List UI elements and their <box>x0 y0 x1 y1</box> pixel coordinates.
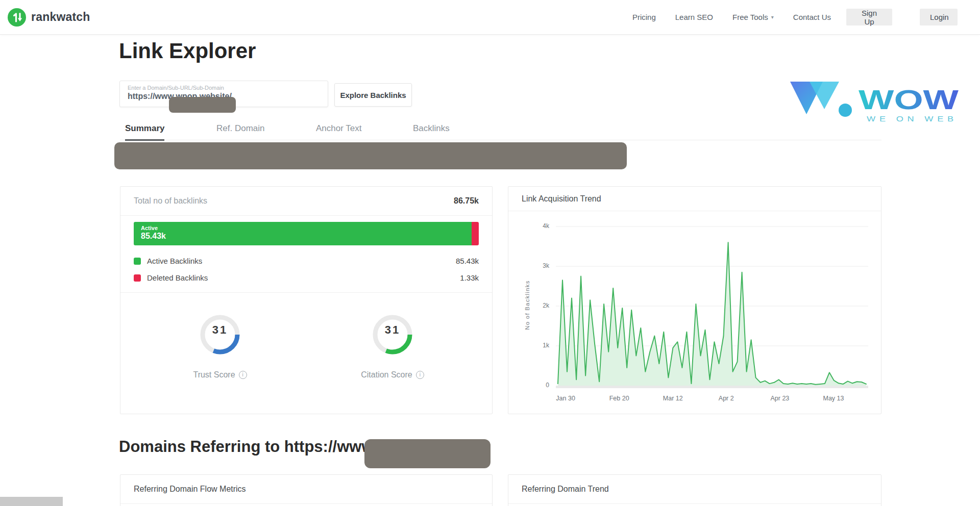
deleted-legend-label: Deleted Backlinks <box>147 273 208 282</box>
citation-score-info-icon[interactable]: i <box>416 371 424 379</box>
login-button[interactable]: Login <box>920 9 958 26</box>
rankwatch-logo-icon <box>7 8 27 27</box>
backlinks-stacked-bar: Active 85.43k <box>134 222 479 245</box>
chevron-down-icon: ▾ <box>771 14 774 20</box>
wow-text: WOW <box>859 84 959 115</box>
top-nav-bar: rankwatch Pricing Learn SEO Free Tools ▾… <box>0 0 980 35</box>
y-axis-tick: 3k <box>531 262 549 269</box>
nav-links: Pricing Learn SEO Free Tools ▾ Contact U… <box>613 9 958 26</box>
tab-ref-domain[interactable]: Ref. Domain <box>216 123 264 139</box>
referring-domain-trend-card: Referring Domain Trend <box>508 474 881 506</box>
x-axis-tick: Apr 23 <box>760 395 800 402</box>
tab-bar: Summary Ref. Domain Anchor Text Backlink… <box>120 122 881 140</box>
backlinks-legend: Active Backlinks 85.43k Deleted Backlink… <box>120 245 492 286</box>
trust-score-donut: 31 <box>197 311 243 358</box>
score-gauges: 31 Trust Score i 31 Citation Score i <box>120 293 492 380</box>
nav-learn-seo[interactable]: Learn SEO <box>675 13 713 21</box>
active-bar-value: 85.43k <box>141 232 472 241</box>
active-legend-value: 85.43k <box>456 257 479 265</box>
flow-metrics-title: Referring Domain Flow Metrics <box>134 485 246 494</box>
wow-we-on-web-logo: WOW WE ON WEB <box>790 77 962 125</box>
x-axis-tick: Apr 2 <box>706 395 747 402</box>
redaction-overlay-heading <box>364 439 491 468</box>
trend-chart-svg <box>556 222 868 391</box>
link-acquisition-chart: No of Backlinks 4k3k2k1k0 Jan 30Feb 20Ma… <box>508 211 881 414</box>
signup-button[interactable]: Sign Up <box>846 9 892 26</box>
citation-score-label: Citation Score <box>361 370 412 380</box>
y-axis-tick: 1k <box>531 342 549 349</box>
brand-name: rankwatch <box>31 10 90 24</box>
trust-score-value: 31 <box>212 323 228 336</box>
active-legend-label: Active Backlinks <box>147 257 202 265</box>
citation-score-gauge: 31 Citation Score i <box>354 311 431 380</box>
deleted-legend-swatch <box>134 274 141 282</box>
legend-row-deleted: Deleted Backlinks 1.33k <box>134 269 479 286</box>
citation-score-value: 31 <box>385 323 400 336</box>
tab-summary[interactable]: Summary <box>125 123 164 141</box>
tab-anchor-text[interactable]: Anchor Text <box>316 123 361 139</box>
bottom-left-strip <box>0 497 63 506</box>
we-on-web-text: WE ON WEB <box>867 115 958 123</box>
redaction-overlay-url <box>169 97 236 113</box>
total-backlinks-title: Total no of backlinks <box>134 196 207 206</box>
total-backlinks-value: 86.75k <box>454 196 479 206</box>
trend-card-title: Link Acquisition Trend <box>522 194 601 204</box>
active-bar-label: Active <box>141 225 472 231</box>
nav-free-tools-label: Free Tools <box>732 13 768 21</box>
link-acquisition-trend-card: Link Acquisition Trend No of Backlinks 4… <box>508 186 881 414</box>
y-axis-tick: 0 <box>531 382 549 389</box>
referring-domain-trend-title: Referring Domain Trend <box>522 485 609 494</box>
y-axis-label: No of Backlinks <box>524 280 530 330</box>
x-axis-tick: May 13 <box>813 395 854 402</box>
trust-score-label: Trust Score <box>193 370 235 380</box>
deleted-bar-segment <box>472 222 479 245</box>
explore-backlinks-button[interactable]: Explore Backlinks <box>334 83 412 107</box>
domain-input-label: Enter a Domain/Sub-URL/Sub-Domain <box>128 85 322 91</box>
link-explorer-page: rankwatch Pricing Learn SEO Free Tools ▾… <box>0 0 980 506</box>
y-axis-tick: 2k <box>531 302 549 309</box>
redaction-overlay-bar <box>114 142 627 169</box>
nav-contact-us[interactable]: Contact Us <box>793 13 831 21</box>
domains-referring-heading: Domains Referring to https://www. <box>119 438 378 456</box>
total-backlinks-card: Total no of backlinks 86.75k Active 85.4… <box>120 186 493 414</box>
active-bar-segment: Active 85.43k <box>134 222 472 245</box>
nav-free-tools[interactable]: Free Tools ▾ <box>732 13 774 21</box>
x-axis-tick: Jan 30 <box>545 395 586 402</box>
rankwatch-logo[interactable]: rankwatch <box>7 8 90 27</box>
trust-score-gauge: 31 Trust Score i <box>182 311 258 380</box>
referring-domain-flow-metrics-card: Referring Domain Flow Metrics <box>120 474 493 506</box>
page-title: Link Explorer <box>119 39 256 63</box>
x-axis-tick: Mar 12 <box>652 395 693 402</box>
legend-row-active: Active Backlinks 85.43k <box>134 252 479 269</box>
tab-backlinks[interactable]: Backlinks <box>413 123 450 139</box>
nav-pricing[interactable]: Pricing <box>632 13 656 21</box>
citation-score-donut: 31 <box>369 311 416 358</box>
deleted-legend-value: 1.33k <box>460 273 479 282</box>
active-legend-swatch <box>134 258 141 265</box>
trust-score-info-icon[interactable]: i <box>239 371 247 379</box>
x-axis-tick: Feb 20 <box>599 395 640 402</box>
y-axis-tick: 4k <box>531 222 549 230</box>
